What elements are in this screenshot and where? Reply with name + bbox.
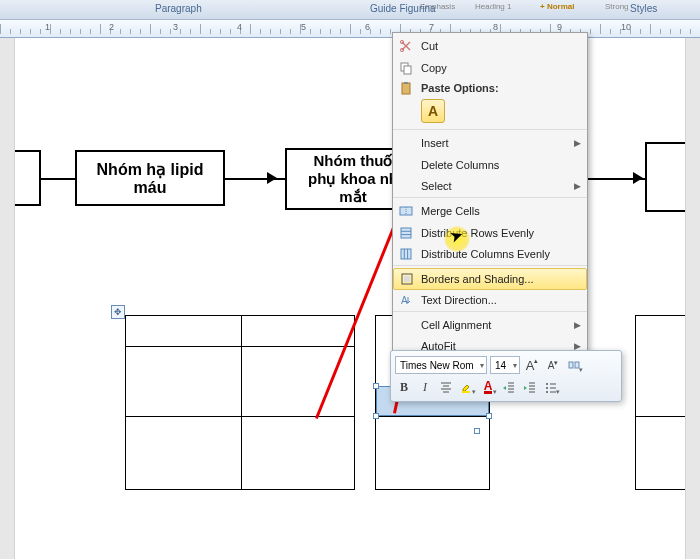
- ribbon-group-paragraph: Paragraph: [155, 3, 202, 14]
- distribute-cols-icon: [398, 246, 414, 262]
- svg-point-17: [546, 387, 548, 389]
- shrink-font-button[interactable]: A▾: [544, 356, 562, 374]
- ribbon-style-strong: Strong: [605, 2, 629, 11]
- context-menu-insert[interactable]: Insert ▶: [393, 132, 587, 154]
- font-size-value: 14: [495, 360, 506, 371]
- context-menu-cell-alignment-label: Cell Alignment: [421, 319, 491, 331]
- context-menu-distribute-rows[interactable]: Distribute Rows Evenly: [393, 222, 587, 244]
- selection-handle-icon[interactable]: [373, 383, 379, 389]
- svg-rect-14: [575, 362, 579, 368]
- table-right-partial[interactable]: [635, 315, 685, 490]
- bold-button[interactable]: B: [395, 378, 413, 396]
- ribbon-style-heading1: Heading 1: [475, 2, 511, 11]
- context-menu-borders-shading[interactable]: Borders and Shading...: [393, 268, 587, 290]
- svg-point-18: [546, 391, 548, 393]
- context-menu-insert-label: Insert: [421, 137, 449, 149]
- context-menu-cut-label: Cut: [421, 40, 438, 52]
- context-menu-select[interactable]: Select ▶: [393, 176, 587, 198]
- svg-rect-10: [404, 276, 410, 282]
- diagram-box-1[interactable]: Nhóm hạ lipid máu: [75, 150, 225, 206]
- svg-rect-15: [462, 391, 470, 393]
- grow-font-button[interactable]: A▴: [523, 356, 541, 374]
- submenu-arrow-icon: ▶: [574, 320, 581, 330]
- arrow-right-icon: [267, 172, 277, 184]
- arrow-right-2-icon: [633, 172, 643, 184]
- align-center-icon: [439, 380, 453, 394]
- context-menu-distribute-rows-label: Distribute Rows Evenly: [421, 227, 534, 239]
- copy-icon: [398, 60, 414, 76]
- distribute-rows-icon: [398, 225, 414, 241]
- context-menu-cut[interactable]: Cut: [393, 35, 587, 57]
- table-resize-handle-icon[interactable]: [474, 428, 480, 434]
- bullets-icon: [544, 380, 558, 394]
- context-menu-paste-options-header: Paste Options:: [393, 79, 587, 97]
- context-menu-delete-columns[interactable]: Delete Columns: [393, 154, 587, 176]
- context-menu-paste-options-label: Paste Options:: [421, 82, 499, 94]
- svg-rect-8: [401, 249, 411, 259]
- ribbon-style-normal: + Normal: [540, 2, 574, 11]
- selection-handle-icon[interactable]: [373, 413, 379, 419]
- ribbon-group-guide: Guide Figurina: [370, 3, 436, 14]
- svg-rect-5: [404, 82, 408, 84]
- context-menu-merge-cells-label: Merge Cells: [421, 205, 480, 217]
- context-menu-paste-options-row: A: [393, 97, 587, 130]
- ribbon-group-styles: Styles: [630, 3, 657, 14]
- context-menu-distribute-cols-label: Distribute Columns Evenly: [421, 248, 550, 260]
- mini-toolbar: Times New Rom 14 A▴ A▾ B I A: [390, 350, 622, 402]
- page-gutter-left: [0, 38, 14, 559]
- font-name-value: Times New Rom: [400, 360, 474, 371]
- svg-text:A: A: [401, 295, 408, 306]
- italic-button[interactable]: I: [416, 378, 434, 396]
- paste-keep-text-only-label: A: [428, 103, 438, 119]
- styles-icon: [567, 358, 581, 372]
- page-gutter-right: [686, 38, 700, 559]
- styles-button[interactable]: [565, 356, 583, 374]
- increase-indent-icon: [523, 380, 537, 394]
- font-name-combo[interactable]: Times New Rom: [395, 356, 487, 374]
- svg-rect-13: [569, 362, 573, 368]
- diagram-box-partial-left: [15, 150, 41, 206]
- svg-rect-4: [402, 83, 410, 94]
- scissors-icon: [398, 38, 414, 54]
- svg-rect-7: [401, 228, 411, 238]
- selection-handle-icon[interactable]: [486, 413, 492, 419]
- borders-icon: [399, 271, 415, 287]
- highlight-button[interactable]: [458, 378, 476, 396]
- diagram-box-2-text: Nhóm thuố phụ khoa nh mắt: [308, 152, 398, 206]
- increase-indent-button[interactable]: [521, 378, 539, 396]
- svg-rect-3: [404, 66, 411, 74]
- horizontal-ruler[interactable]: // ticks drawn after data load below for…: [0, 20, 700, 38]
- bullets-button[interactable]: [542, 378, 560, 396]
- submenu-arrow-icon: ▶: [574, 181, 581, 191]
- context-menu-cell-alignment[interactable]: Cell Alignment ▶: [393, 314, 587, 336]
- font-color-button[interactable]: A: [479, 378, 497, 396]
- diagram-box-1-text: Nhóm hạ lipid máu: [81, 160, 219, 197]
- align-center-button[interactable]: [437, 378, 455, 396]
- highlight-icon: [460, 380, 474, 394]
- diagram-box-partial-right: [645, 142, 685, 212]
- document-canvas[interactable]: Nhóm hạ lipid máu Nhóm thuố phụ khoa nh …: [0, 38, 700, 559]
- context-menu-delete-columns-label: Delete Columns: [421, 159, 499, 171]
- context-menu-distribute-cols[interactable]: Distribute Columns Evenly: [393, 244, 587, 266]
- paste-keep-text-only-button[interactable]: A: [421, 99, 445, 123]
- context-menu-select-label: Select: [421, 180, 452, 192]
- table-move-handle-icon[interactable]: ✥: [111, 305, 125, 319]
- merge-cells-icon: [398, 203, 414, 219]
- decrease-indent-icon: [502, 380, 516, 394]
- clipboard-icon: [398, 80, 414, 96]
- text-direction-icon: A: [398, 292, 414, 308]
- context-menu: Cut Copy Paste Options: A Insert ▶ Delet…: [392, 32, 588, 385]
- context-menu-merge-cells[interactable]: Merge Cells: [393, 200, 587, 222]
- ribbon-stub: Emphasis Heading 1 + Normal Strong Parag…: [0, 0, 700, 20]
- svg-point-16: [546, 383, 548, 385]
- context-menu-text-direction-label: Text Direction...: [421, 294, 497, 306]
- context-menu-copy-label: Copy: [421, 62, 447, 74]
- context-menu-borders-shading-label: Borders and Shading...: [421, 273, 534, 285]
- submenu-arrow-icon: ▶: [574, 138, 581, 148]
- context-menu-text-direction[interactable]: A Text Direction...: [393, 290, 587, 312]
- submenu-arrow-icon: ▶: [574, 341, 581, 351]
- decrease-indent-button[interactable]: [500, 378, 518, 396]
- font-size-combo[interactable]: 14: [490, 356, 520, 374]
- context-menu-copy[interactable]: Copy: [393, 57, 587, 79]
